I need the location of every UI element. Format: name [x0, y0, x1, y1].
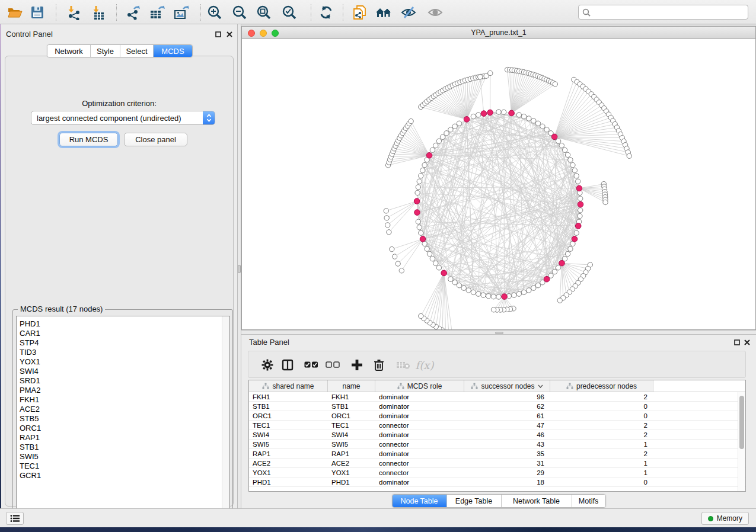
horizontal-splitter[interactable]: [241, 331, 756, 335]
table-scrollbar-thumb[interactable]: [739, 396, 744, 449]
task-history-button[interactable]: [6, 512, 24, 525]
select-all-button[interactable]: [302, 357, 320, 373]
search-input[interactable]: [591, 5, 748, 19]
mcds-list-item[interactable]: PMA2: [17, 386, 229, 395]
mcds-list-item[interactable]: CAR1: [17, 329, 229, 338]
splitter-grip[interactable]: [495, 332, 503, 334]
float-table-panel-button[interactable]: [733, 338, 741, 346]
first-neighbors-button[interactable]: [374, 2, 394, 23]
tab-edge-table[interactable]: Edge Table: [447, 495, 502, 507]
close-panel-button[interactable]: [225, 30, 233, 38]
open-network-button[interactable]: [5, 2, 25, 23]
import-network-button[interactable]: [64, 2, 84, 23]
mcds-tab-content: Optimization criterion: largest connecte…: [5, 56, 234, 507]
table-panel-title: Table Panel: [249, 338, 289, 347]
column-header-shared-name[interactable]: shared name: [249, 380, 328, 392]
table-row[interactable]: ORC1ORC1dominator610: [249, 411, 745, 421]
delete-column-button[interactable]: [370, 357, 388, 373]
table-cell: 0: [550, 477, 653, 486]
zoom-in-button[interactable]: [205, 2, 225, 23]
zoom-selected-button[interactable]: [279, 2, 299, 23]
table-tabs: Node TableEdge TableNetwork TableMotifs: [392, 494, 606, 508]
table-row[interactable]: STB1STB1dominator620: [249, 402, 745, 411]
mcds-list-item[interactable]: ACE2: [17, 405, 229, 414]
tab-select[interactable]: Select: [120, 45, 154, 57]
tab-motifs[interactable]: Motifs: [572, 495, 605, 507]
table-row[interactable]: YOX1YOX1connector291: [249, 468, 745, 477]
delete-table-button[interactable]: [394, 357, 412, 373]
table-cell: 1: [550, 459, 653, 467]
import-table-button[interactable]: [88, 2, 109, 23]
tab-mcds[interactable]: MCDS: [154, 45, 192, 57]
mcds-result-list[interactable]: PHD1CAR1STP4TID3YOX1SWI4SRD1PMA2FKH1ACE2…: [16, 316, 230, 526]
mcds-list-item[interactable]: STP4: [17, 338, 229, 348]
tab-node-table[interactable]: Node Table: [393, 495, 447, 507]
column-header-name[interactable]: name: [328, 380, 375, 392]
zoom-fit-button[interactable]: [254, 2, 274, 23]
column-header-MCDS-role[interactable]: MCDS role: [375, 380, 464, 392]
mcds-list-item[interactable]: RAP1: [17, 433, 229, 443]
zoom-fit-icon: [256, 5, 272, 20]
table-scrollbar-track[interactable]: [738, 392, 745, 491]
table-row[interactable]: RAP1RAP1dominator352: [249, 449, 745, 459]
column-header-predecessor-nodes[interactable]: predecessor nodes: [550, 380, 653, 392]
close-table-panel-button[interactable]: [743, 338, 751, 346]
run-mcds-button[interactable]: Run MCDS: [59, 133, 118, 146]
vertical-splitter[interactable]: [237, 24, 241, 508]
mcds-list-item[interactable]: TEC1: [17, 462, 229, 471]
table-row[interactable]: TEC1TEC1connector472: [249, 421, 745, 430]
table-row[interactable]: ACE2ACE2connector311: [249, 459, 745, 468]
mcds-list-item[interactable]: PHD1: [17, 319, 229, 329]
table-settings-button[interactable]: [259, 357, 276, 373]
mcds-list-item[interactable]: STB1: [17, 443, 229, 452]
mcds-list-item[interactable]: SWI5: [17, 452, 229, 462]
memory-button[interactable]: Memory: [701, 512, 749, 525]
table-row[interactable]: FKH1FKH1dominator962: [249, 392, 745, 402]
mcds-list-item[interactable]: STB5: [17, 414, 229, 424]
show-all-button[interactable]: [425, 2, 445, 23]
table-cell: STB1: [328, 402, 375, 411]
table-cell: 61: [464, 411, 550, 420]
table-cell: STB1: [249, 402, 328, 411]
function-builder-button[interactable]: f(x): [416, 357, 433, 373]
clone-network-button[interactable]: [349, 2, 369, 23]
splitter-grip[interactable]: [238, 265, 241, 273]
mcds-list-item[interactable]: GCR1: [17, 471, 229, 480]
zoom-out-button[interactable]: [229, 2, 250, 23]
table-row[interactable]: SWI5SWI5connector431: [249, 440, 745, 449]
export-table-button[interactable]: [147, 2, 167, 23]
mcds-list-item[interactable]: SWI4: [17, 367, 229, 376]
sort-chevron-icon: [538, 384, 543, 388]
show-column-button[interactable]: [279, 357, 296, 373]
table-cell: 96: [464, 392, 550, 401]
list-icon: [10, 514, 20, 523]
tab-network-table[interactable]: Network Table: [502, 495, 572, 507]
search-field[interactable]: [578, 5, 748, 20]
tab-style[interactable]: Style: [91, 45, 120, 57]
table-row[interactable]: SWI4SWI4dominator462: [249, 430, 745, 440]
network-window-titlebar[interactable]: YPA_prune.txt_1: [242, 27, 755, 39]
hide-selected-button[interactable]: [398, 2, 419, 23]
add-column-button[interactable]: [348, 357, 366, 373]
save-session-button[interactable]: [27, 2, 47, 23]
close-panel-action-button[interactable]: Close panel: [124, 133, 187, 146]
export-network-button[interactable]: [123, 2, 143, 23]
status-bar: Memory: [0, 508, 756, 527]
optimization-criterion-select[interactable]: largest connected component (undirected): [31, 111, 215, 125]
mcds-list-item[interactable]: FKH1: [17, 395, 229, 405]
column-header-successor-nodes[interactable]: successor nodes: [464, 380, 550, 392]
mcds-list-item[interactable]: TID3: [17, 348, 229, 357]
toolbar-separator: [343, 4, 343, 21]
mcds-list-item[interactable]: SRD1: [17, 376, 229, 386]
mcds-list-item[interactable]: YOX1: [17, 357, 229, 367]
table-row[interactable]: PHD1PHD1dominator180: [249, 477, 745, 487]
list-scrollbar-track[interactable]: [222, 316, 229, 525]
refresh-view-button[interactable]: [316, 2, 336, 23]
tab-network[interactable]: Network: [47, 45, 91, 57]
network-canvas[interactable]: [242, 39, 755, 329]
export-image-button[interactable]: [171, 2, 192, 23]
float-panel-button[interactable]: [214, 30, 222, 38]
mcds-list-item[interactable]: ORC1: [17, 424, 229, 433]
deselect-all-button[interactable]: [324, 357, 342, 373]
network-graph[interactable]: [242, 39, 755, 329]
